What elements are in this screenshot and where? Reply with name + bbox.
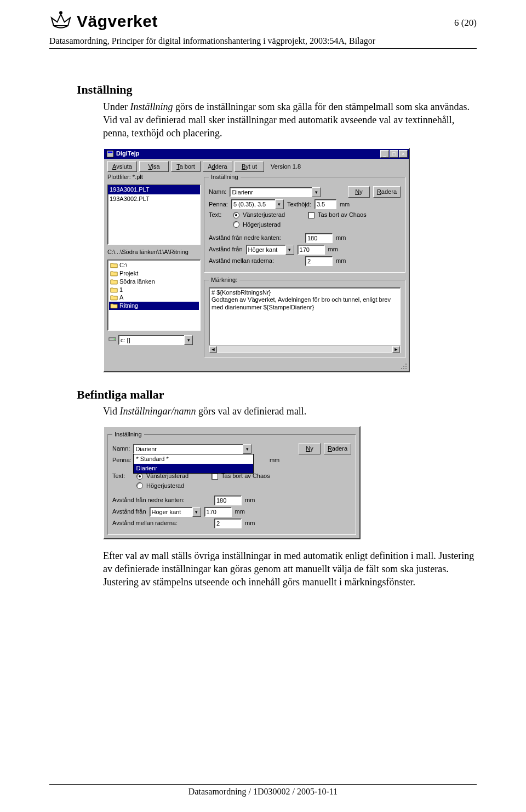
text-label: Text: [209,211,230,219]
text-label: Text: [112,472,133,480]
group-legend: Inställning [209,173,241,181]
ny-button[interactable]: Ny [299,443,321,454]
namn-combo[interactable]: Diarienr [230,187,321,197]
chevron-down-icon[interactable] [192,507,201,517]
footer-divider [49,784,477,785]
section-heading-installning: Inställning [77,82,477,98]
penna-combo[interactable]: 5 (0.35), 3.5 [231,199,284,209]
list-item[interactable]: 193A3001.PLT [108,185,200,194]
scroll-right-icon[interactable]: ► [392,346,400,353]
close-button[interactable]: × [399,150,408,158]
ny-button[interactable]: Ny [348,186,370,198]
namn-dropdown-list[interactable]: * Standard * Diarienr [133,454,254,474]
hogerjusterad-radio[interactable] [233,221,239,228]
hogerjusterad-label: Högerjusterad [243,221,281,229]
svg-rect-5 [405,364,407,365]
maximize-button[interactable]: □ [390,150,398,158]
avst-rad-input[interactable]: 2 [305,256,333,266]
svg-rect-4 [114,338,115,339]
svg-rect-6 [403,366,404,367]
radera-button[interactable]: Radera [324,443,351,454]
avst-nedre-input[interactable]: 180 [214,496,242,505]
chevron-down-icon[interactable] [184,335,193,345]
markning-textarea[interactable]: # ${KonstbRitningsNr} Godtagen av Vägver… [209,287,401,345]
avst-fran-input[interactable]: 170 [204,507,232,517]
closing-paragraph: Efter val av mall ställs övriga inställn… [103,549,477,589]
brand-logo: Vägverket [49,10,158,33]
avst-rad-label: Avstånd mellan raderna: [112,519,211,527]
plotfiles-label: Plottfiler: *.plt [107,173,201,181]
drive-icon [108,336,116,344]
avst-fran-input[interactable]: 170 [298,245,325,255]
vansterjusterad-label: Vänsterjusterad [243,211,285,219]
texthojd-input[interactable]: 3.5 [315,199,336,209]
radera-button[interactable]: Radera [373,186,401,198]
dropdown-option[interactable]: * Standard * [134,454,253,464]
avst-nedre-input[interactable]: 180 [305,233,333,243]
chevron-down-icon[interactable] [285,245,294,255]
installning-panel: Inställning Namn: Diarienr * Standard * … [103,426,361,539]
resize-grip-icon[interactable] [104,361,409,371]
app-icon [106,150,114,158]
horizontal-scrollbar[interactable]: ◄ ► [209,345,401,353]
brand-name: Vägverket [77,12,158,31]
footer-text: Datasamordning / 1D030002 / 2005-10-11 [49,787,477,797]
texthojd-label: Texthöjd: [287,200,311,209]
avst-rad-input[interactable]: 2 [214,519,242,528]
namn-label: Namn: [112,445,130,453]
avst-fran-label: Avstånd från [209,245,243,254]
window-title: DigiTejp [116,149,140,158]
drive-combo[interactable]: c: [] [118,335,193,345]
tabort-button[interactable]: Ta bort [171,161,201,172]
plotfiles-listbox[interactable]: 193A3001.PLT 193A3002.PLT [107,185,201,245]
digitejp-window: DigiTejp _ □ × AAvslutavsluta Visa Ta bo… [103,148,410,372]
avst-rad-label: Avstånd mellan raderna: [209,257,302,265]
dropdown-option[interactable]: Diarienr [134,464,253,473]
namn-combo[interactable]: Diarienr * Standard * Diarienr [133,444,251,454]
scroll-left-icon[interactable]: ◄ [209,346,217,353]
folder-tree[interactable]: C:\ Projekt Södra länken 1 A Ritning [107,260,201,331]
namn-label: Namn: [209,188,226,196]
avst-nedre-label: Avstånd från nedre kanten: [112,496,211,504]
page-number: 6 (20) [454,18,477,28]
penna-label: Penna: [209,200,228,209]
tasbort-checkbox[interactable] [308,212,315,218]
avst-nedre-label: Avstånd från nedre kanten: [209,234,302,242]
svg-point-0 [60,11,62,14]
avst-fran-combo[interactable]: Höger kant [150,507,201,517]
avst-fran-label: Avstånd från [112,508,146,516]
visa-button[interactable]: Visa [139,161,169,172]
header-divider [49,48,477,49]
hogerjusterad-radio[interactable] [136,482,143,489]
markning-legend: Märkning: [209,276,239,284]
svg-rect-8 [401,368,402,369]
penna-label: Penna: [112,456,132,464]
group-legend: Inställning [112,430,144,439]
doc-meta: Datasamordning, Principer för digital in… [49,36,477,46]
vansterjusterad-radio[interactable] [233,212,239,218]
section1-paragraph: Under Inställning görs de inställningar … [103,100,477,140]
svg-rect-10 [405,368,407,369]
installning-group: Inställning Namn: Diarienr Ny Radera Pen… [204,173,405,272]
mm-label: mm [340,200,350,209]
addera-button[interactable]: Addera [203,161,232,172]
markning-group: Märkning: # ${KonstbRitningsNr} Godtagen… [204,276,405,358]
tasbort-checkbox[interactable] [211,473,218,480]
section-heading-befintliga: Befintliga mallar [77,387,477,403]
avst-fran-combo[interactable]: Höger kant [246,245,294,255]
crown-icon [49,10,72,33]
avsluta-button[interactable]: AAvslutavsluta [107,161,137,172]
chevron-down-icon[interactable] [243,444,251,454]
tasbort-label: Tas bort av Chaos [318,211,367,219]
chevron-down-icon[interactable] [312,187,321,197]
minimize-button[interactable]: _ [380,150,389,158]
version-label: Version 1.8 [271,163,301,171]
section2-paragraph: Vid Inställningar/namn görs val av defin… [103,405,477,418]
svg-rect-2 [108,151,113,153]
chevron-down-icon[interactable] [275,199,284,209]
folder-path-label: C:\...\Södra länken\1\A\Ritning [107,248,201,256]
svg-rect-9 [403,368,404,369]
list-item[interactable]: 193A3002.PLT [108,194,200,204]
vansterjusterad-radio[interactable] [136,473,143,480]
bytut-button[interactable]: Byt ut [235,161,264,172]
